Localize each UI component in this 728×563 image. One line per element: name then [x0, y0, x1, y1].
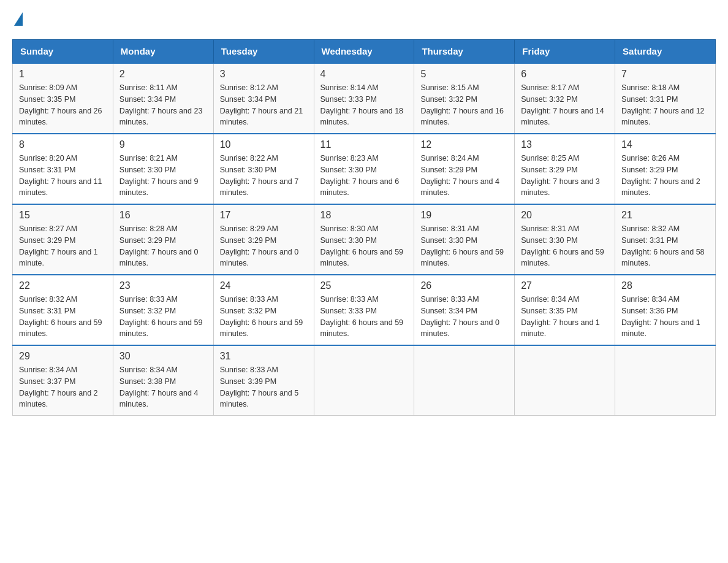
- day-number: 24: [220, 280, 308, 291]
- sunrise-label: Sunrise: 8:34 AM: [621, 295, 680, 304]
- sunrise-label: Sunrise: 8:31 AM: [420, 224, 479, 233]
- day-number: 1: [19, 69, 107, 80]
- sunset-label: Sunset: 3:35 PM: [19, 95, 75, 104]
- sunset-label: Sunset: 3:32 PM: [420, 95, 477, 104]
- sunset-label: Sunset: 3:31 PM: [621, 236, 678, 245]
- day-info: Sunrise: 8:21 AM Sunset: 3:30 PM Dayligh…: [119, 153, 207, 199]
- sunset-label: Sunset: 3:35 PM: [521, 307, 577, 315]
- day-info: Sunrise: 8:34 AM Sunset: 3:37 PM Dayligh…: [19, 364, 107, 410]
- daylight-label: Daylight: 6 hours and 58 minutes.: [621, 248, 705, 268]
- day-number: 17: [220, 210, 308, 221]
- calendar-cell: 22 Sunrise: 8:32 AM Sunset: 3:31 PM Dayl…: [13, 275, 113, 345]
- week-row-3: 15 Sunrise: 8:27 AM Sunset: 3:29 PM Dayl…: [13, 204, 716, 275]
- day-number: 25: [320, 280, 408, 291]
- day-number: 4: [320, 69, 408, 80]
- day-number: 28: [621, 280, 709, 291]
- day-info: Sunrise: 8:31 AM Sunset: 3:30 PM Dayligh…: [521, 223, 609, 269]
- day-number: 12: [420, 139, 508, 150]
- day-info: Sunrise: 8:25 AM Sunset: 3:29 PM Dayligh…: [521, 153, 609, 199]
- daylight-label: Daylight: 7 hours and 5 minutes.: [220, 389, 299, 409]
- calendar-cell: 23 Sunrise: 8:33 AM Sunset: 3:32 PM Dayl…: [113, 275, 213, 345]
- daylight-label: Daylight: 7 hours and 6 minutes.: [320, 177, 400, 197]
- sunrise-label: Sunrise: 8:17 AM: [521, 83, 579, 92]
- sunset-label: Sunset: 3:32 PM: [119, 307, 176, 315]
- day-number: 7: [621, 69, 709, 80]
- day-info: Sunrise: 8:34 AM Sunset: 3:38 PM Dayligh…: [119, 364, 207, 410]
- daylight-label: Daylight: 6 hours and 59 minutes.: [521, 248, 604, 268]
- daylight-label: Daylight: 6 hours and 59 minutes.: [19, 318, 102, 339]
- daylight-label: Daylight: 7 hours and 0 minutes.: [119, 248, 199, 268]
- daylight-label: Daylight: 7 hours and 9 minutes.: [119, 177, 199, 197]
- calendar-cell: 25 Sunrise: 8:33 AM Sunset: 3:33 PM Dayl…: [314, 275, 414, 345]
- sunset-label: Sunset: 3:30 PM: [220, 166, 276, 174]
- sunrise-label: Sunrise: 8:12 AM: [220, 83, 278, 92]
- day-info: Sunrise: 8:33 AM Sunset: 3:32 PM Dayligh…: [220, 294, 308, 340]
- daylight-label: Daylight: 7 hours and 4 minutes.: [420, 177, 499, 197]
- day-info: Sunrise: 8:18 AM Sunset: 3:31 PM Dayligh…: [621, 82, 709, 128]
- calendar-cell: 13 Sunrise: 8:25 AM Sunset: 3:29 PM Dayl…: [515, 134, 615, 204]
- daylight-label: Daylight: 6 hours and 59 minutes.: [119, 318, 203, 339]
- daylight-label: Daylight: 7 hours and 7 minutes.: [220, 177, 299, 197]
- day-number: 31: [220, 351, 308, 362]
- sunrise-label: Sunrise: 8:27 AM: [19, 224, 77, 233]
- sunset-label: Sunset: 3:29 PM: [420, 166, 477, 174]
- day-info: Sunrise: 8:11 AM Sunset: 3:34 PM Dayligh…: [119, 82, 207, 128]
- day-number: 14: [621, 139, 709, 150]
- day-info: Sunrise: 8:26 AM Sunset: 3:29 PM Dayligh…: [621, 153, 709, 199]
- calendar-cell: 1 Sunrise: 8:09 AM Sunset: 3:35 PM Dayli…: [13, 63, 113, 134]
- sunset-label: Sunset: 3:30 PM: [420, 236, 477, 245]
- daylight-label: Daylight: 7 hours and 3 minutes.: [521, 177, 600, 197]
- calendar-cell: 8 Sunrise: 8:20 AM Sunset: 3:31 PM Dayli…: [13, 134, 113, 204]
- sunrise-label: Sunrise: 8:25 AM: [521, 154, 579, 163]
- sunrise-label: Sunrise: 8:31 AM: [521, 224, 579, 233]
- calendar-cell: 17 Sunrise: 8:29 AM Sunset: 3:29 PM Dayl…: [213, 204, 314, 275]
- day-info: Sunrise: 8:33 AM Sunset: 3:34 PM Dayligh…: [420, 294, 508, 340]
- calendar-cell: 28 Sunrise: 8:34 AM Sunset: 3:36 PM Dayl…: [615, 275, 716, 345]
- calendar-cell: 3 Sunrise: 8:12 AM Sunset: 3:34 PM Dayli…: [213, 63, 314, 134]
- sunset-label: Sunset: 3:33 PM: [320, 307, 377, 315]
- sunset-label: Sunset: 3:29 PM: [19, 236, 75, 245]
- day-info: Sunrise: 8:22 AM Sunset: 3:30 PM Dayligh…: [220, 153, 308, 199]
- calendar-cell: 6 Sunrise: 8:17 AM Sunset: 3:32 PM Dayli…: [515, 63, 615, 134]
- calendar-cell: 15 Sunrise: 8:27 AM Sunset: 3:29 PM Dayl…: [13, 204, 113, 275]
- daylight-label: Daylight: 7 hours and 11 minutes.: [19, 177, 102, 197]
- calendar-cell: 19 Sunrise: 8:31 AM Sunset: 3:30 PM Dayl…: [414, 204, 515, 275]
- daylight-label: Daylight: 7 hours and 23 minutes.: [119, 107, 203, 127]
- sunset-label: Sunset: 3:29 PM: [119, 236, 176, 245]
- sunset-label: Sunset: 3:31 PM: [19, 166, 75, 174]
- day-number: 3: [220, 69, 308, 80]
- day-info: Sunrise: 8:33 AM Sunset: 3:32 PM Dayligh…: [119, 294, 207, 340]
- day-number: 15: [19, 210, 107, 221]
- daylight-label: Daylight: 7 hours and 21 minutes.: [220, 107, 303, 127]
- sunrise-label: Sunrise: 8:33 AM: [320, 295, 379, 304]
- calendar-cell: 11 Sunrise: 8:23 AM Sunset: 3:30 PM Dayl…: [314, 134, 414, 204]
- sunset-label: Sunset: 3:29 PM: [621, 166, 678, 174]
- day-number: 30: [119, 351, 207, 362]
- sunset-label: Sunset: 3:39 PM: [220, 377, 276, 386]
- header-monday: Monday: [113, 40, 213, 64]
- calendar-cell: 18 Sunrise: 8:30 AM Sunset: 3:30 PM Dayl…: [314, 204, 414, 275]
- day-info: Sunrise: 8:09 AM Sunset: 3:35 PM Dayligh…: [19, 82, 107, 128]
- calendar-cell: [615, 345, 716, 416]
- day-info: Sunrise: 8:32 AM Sunset: 3:31 PM Dayligh…: [621, 223, 709, 269]
- calendar-cell: [314, 345, 414, 416]
- day-info: Sunrise: 8:23 AM Sunset: 3:30 PM Dayligh…: [320, 153, 408, 199]
- sunrise-label: Sunrise: 8:11 AM: [119, 83, 178, 92]
- sunrise-label: Sunrise: 8:29 AM: [220, 224, 278, 233]
- logo-triangle-icon: [14, 12, 23, 26]
- day-number: 21: [621, 210, 709, 221]
- day-number: 6: [521, 69, 609, 80]
- sunrise-label: Sunrise: 8:23 AM: [320, 154, 379, 163]
- day-info: Sunrise: 8:30 AM Sunset: 3:30 PM Dayligh…: [320, 223, 408, 269]
- sunset-label: Sunset: 3:34 PM: [119, 95, 176, 104]
- calendar-cell: 21 Sunrise: 8:32 AM Sunset: 3:31 PM Dayl…: [615, 204, 716, 275]
- day-number: 2: [119, 69, 207, 80]
- sunset-label: Sunset: 3:37 PM: [19, 377, 75, 386]
- logo: [12, 12, 23, 27]
- day-number: 16: [119, 210, 207, 221]
- sunrise-label: Sunrise: 8:32 AM: [19, 295, 77, 304]
- daylight-label: Daylight: 7 hours and 1 minute.: [621, 318, 700, 339]
- calendar-cell: 16 Sunrise: 8:28 AM Sunset: 3:29 PM Dayl…: [113, 204, 213, 275]
- sunrise-label: Sunrise: 8:33 AM: [220, 295, 278, 304]
- day-number: 8: [19, 139, 107, 150]
